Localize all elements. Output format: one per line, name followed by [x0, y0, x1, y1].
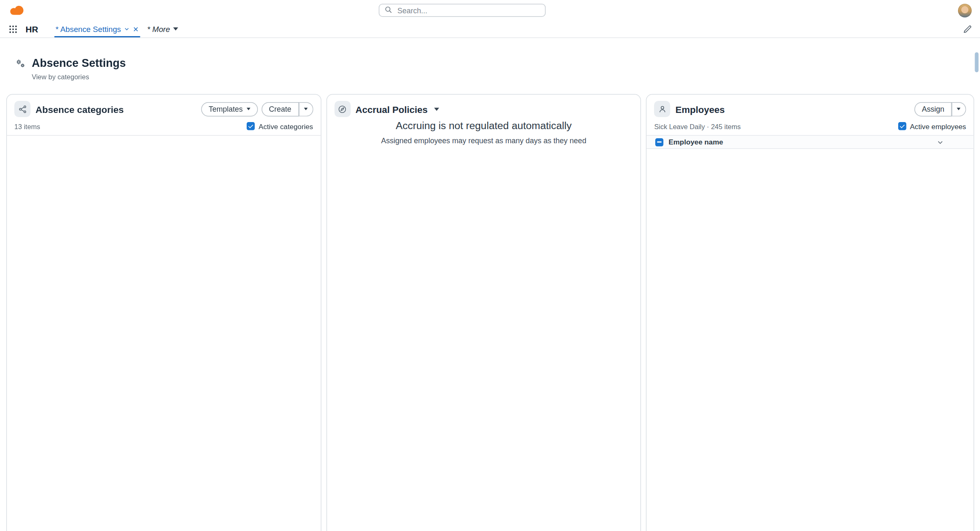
sort-chevron-icon[interactable] — [937, 139, 944, 146]
page-subtitle: View by categories — [32, 73, 980, 81]
employees-table-header: Employee name — [647, 135, 974, 149]
employees-panel-title: Employees — [676, 104, 725, 115]
assign-button[interactable]: Assign — [914, 102, 952, 116]
search-box — [379, 4, 546, 17]
assign-menu-button[interactable] — [952, 102, 966, 116]
categories-list — [7, 135, 321, 136]
accrual-policies-panel: Accrual Policies Accruing is not regulat… — [326, 94, 642, 531]
caret-down-icon — [304, 108, 308, 110]
caret-down-icon[interactable] — [434, 108, 439, 111]
caret-down-icon — [957, 108, 960, 110]
scrollbar-thumb[interactable] — [975, 52, 979, 72]
active-employees-checkbox[interactable] — [898, 122, 906, 130]
person-icon — [654, 101, 671, 117]
main-nav: HR * Absence Settings * More — [0, 21, 980, 38]
employees-context: Sick Leave Daily · 245 items — [654, 122, 741, 130]
user-avatar[interactable] — [958, 3, 972, 17]
create-menu-button[interactable] — [299, 102, 314, 116]
categories-panel-title: Absence categories — [36, 104, 124, 115]
employees-panel: Employees Assign Sick Leave Daily · 245 … — [646, 94, 974, 531]
accrual-subheading: Assigned employees may request as many d… — [327, 137, 641, 145]
caret-down-icon — [246, 108, 250, 110]
app-window: HR * Absence Settings * More Absence Set… — [0, 0, 980, 531]
search-icon — [385, 5, 393, 16]
hierarchy-icon — [15, 101, 31, 117]
column-header-employee-name[interactable]: Employee name — [669, 138, 723, 146]
page-title: Absence Settings — [32, 57, 126, 70]
app-logo[interactable] — [9, 4, 25, 17]
create-button[interactable]: Create — [261, 102, 299, 116]
page-header: Absence Settings View by categories — [0, 38, 980, 81]
tab-absence-settings[interactable]: * Absence Settings — [54, 21, 140, 38]
topbar — [0, 0, 980, 21]
accrual-panel-title: Accrual Policies — [355, 104, 428, 115]
gears-icon — [15, 57, 27, 69]
caret-down-icon — [173, 27, 178, 31]
edit-pencil-icon[interactable] — [963, 24, 973, 34]
active-employees-label: Active employees — [910, 122, 966, 130]
gauge-icon — [334, 101, 350, 117]
templates-button[interactable]: Templates — [201, 102, 257, 116]
content-area: Absence categories Templates Create — [0, 94, 980, 531]
chevron-down-icon[interactable] — [124, 26, 130, 32]
brand-label: HR — [26, 24, 38, 34]
active-categories-checkbox[interactable] — [247, 122, 255, 130]
active-categories-label: Active categories — [259, 122, 313, 130]
accrual-heading: Accruing is not regulated automatically — [327, 120, 641, 132]
absence-categories-panel: Absence categories Templates Create — [6, 94, 321, 531]
categories-count: 13 items — [15, 122, 40, 130]
close-icon[interactable] — [133, 26, 139, 32]
select-all-checkbox[interactable] — [656, 138, 664, 146]
nav-more[interactable]: * More — [147, 24, 178, 33]
app-grid-icon[interactable] — [8, 24, 18, 34]
search-input[interactable] — [396, 5, 540, 15]
